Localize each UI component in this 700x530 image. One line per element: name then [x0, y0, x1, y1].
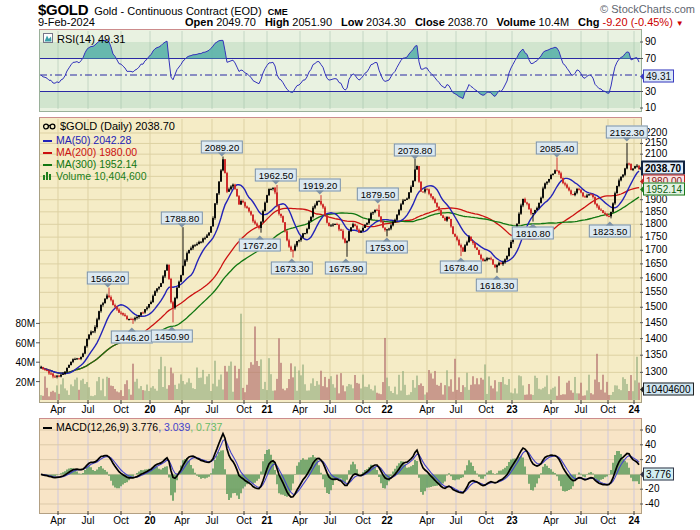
xtick-main: Jul — [324, 404, 337, 415]
stockcharts-credit-link[interactable]: © StockCharts.com — [600, 3, 695, 15]
xtick-main: 24 — [628, 404, 639, 415]
close-value: 2038.70 — [448, 16, 488, 28]
xtick-main: 21 — [261, 404, 272, 415]
price-annotation: 1962.50 — [255, 169, 297, 182]
price-annotation: 1673.30 — [271, 262, 313, 275]
price-ytick: 1850 — [645, 207, 667, 217]
volume-value-tag: 10404600 — [643, 383, 694, 396]
xtick-main: Oct — [600, 404, 616, 415]
quote-date: 9-Feb-2024 — [38, 16, 185, 28]
price-ytick: 1750 — [645, 232, 667, 242]
volume-legend: Volume 10,404,600 — [56, 171, 147, 182]
price-annotation: 1810.80 — [512, 227, 554, 240]
ma300-legend: MA(300) 1952.14 — [56, 159, 137, 170]
volume-ytick: 60M — [0, 338, 35, 349]
ma300-value-tag: 1952.14 — [643, 183, 685, 196]
xtick-main: 22 — [381, 404, 392, 415]
chg-label: Chg — [578, 16, 599, 28]
rsi-ytick: 30 — [645, 87, 656, 97]
price-ytick: 1700 — [645, 245, 667, 255]
rsi-ytick: 10 — [645, 103, 656, 113]
price-ytick: 1500 — [645, 302, 667, 312]
price-ytick: 1550 — [645, 287, 667, 297]
xtick-macd: Oct — [236, 515, 252, 526]
rsi-ytick: 70 — [645, 54, 656, 64]
xtick-main: Jul — [450, 404, 463, 415]
volume-value: 10.4M — [539, 16, 570, 28]
price-ytick: 2100 — [645, 149, 667, 159]
macd-legend-hist: , 0.737 — [190, 422, 222, 433]
ma200-line-icon — [43, 152, 52, 154]
low-label: Low — [341, 16, 363, 28]
price-ytick: 1600 — [645, 273, 667, 283]
price-annotation: 2078.80 — [394, 144, 436, 157]
xtick-macd: Apr — [543, 515, 559, 526]
volume-ytick: 20M — [0, 377, 35, 388]
macd-ytick: 20 — [645, 455, 656, 465]
xtick-main: 23 — [506, 404, 517, 415]
price-annotation: 1767.20 — [239, 239, 281, 252]
price-annotation: 2089.20 — [201, 141, 243, 154]
price-annotation: 2152.30 — [606, 126, 648, 139]
rsi-value-tag: 49.31 — [643, 70, 674, 83]
price-annotation: 1678.40 — [440, 261, 482, 274]
xtick-macd: Apr — [50, 515, 66, 526]
price-ytick: 1350 — [645, 350, 667, 360]
price-legend-title: $GOLD (Daily) 2038.70 — [60, 121, 175, 132]
xtick-macd: 22 — [381, 515, 392, 526]
macd-value-tag: 3.776 — [643, 468, 674, 481]
price-ytick: 1400 — [645, 334, 667, 344]
price-annotation: 1446.20 — [111, 331, 153, 344]
macd-legend-signal: , 3.039 — [158, 422, 190, 433]
macd-ytick: -20 — [645, 484, 659, 494]
macd-ytick: 40 — [645, 440, 656, 450]
xtick-macd: Oct — [113, 515, 129, 526]
close-label: Close — [415, 16, 445, 28]
stockcharts-gold-chart: { "header": { "symbol": "$GOLD", "name":… — [0, 0, 700, 530]
inspect-glasses-icon — [43, 121, 56, 132]
ma200-legend: MA(200) 1980.00 — [56, 147, 137, 158]
price-ytick: 1800 — [645, 219, 667, 229]
macd-line-icon — [43, 427, 52, 429]
xtick-main: Jul — [82, 404, 95, 415]
rsi-legend-label: RSI(14) 49.31 — [57, 34, 125, 45]
xtick-main: Oct — [478, 404, 494, 415]
xtick-macd: 24 — [628, 515, 639, 526]
high-value: 2051.90 — [292, 16, 332, 28]
xtick-macd: Jul — [206, 515, 219, 526]
price-annotation: 1879.50 — [357, 188, 399, 201]
xtick-macd: Oct — [355, 515, 371, 526]
xtick-main: Jul — [206, 404, 219, 415]
xtick-main: 20 — [144, 404, 155, 415]
xtick-macd: Oct — [478, 515, 494, 526]
xtick-macd: 23 — [506, 515, 517, 526]
low-value: 2034.30 — [366, 16, 406, 28]
xtick-main: Oct — [236, 404, 252, 415]
rsi-indicator-icon — [43, 33, 53, 45]
xtick-main: Apr — [292, 404, 308, 415]
xtick-macd: Jul — [450, 515, 463, 526]
price-ytick: 1300 — [645, 367, 667, 377]
xtick-main: Oct — [113, 404, 129, 415]
price-ytick: 2150 — [645, 138, 667, 148]
ma50-legend: MA(50) 2042.28 — [56, 135, 131, 146]
price-ytick: 1650 — [645, 259, 667, 269]
price-annotation: 1753.00 — [366, 241, 408, 254]
price-ytick: 1450 — [645, 318, 667, 328]
xtick-main: Apr — [419, 404, 435, 415]
price-annotation: 1823.50 — [589, 225, 631, 238]
xtick-macd: Jul — [82, 515, 95, 526]
xtick-macd: 21 — [261, 515, 272, 526]
rsi-ytick: 90 — [645, 37, 656, 47]
rsi-panel — [39, 29, 642, 112]
volume-label: Volume — [497, 16, 536, 28]
price-annotation: 1675.90 — [325, 262, 367, 275]
volume-ytick: 80M — [0, 318, 35, 329]
xtick-macd: Jul — [575, 515, 588, 526]
xtick-macd: 20 — [144, 515, 155, 526]
price-annotation: 1618.30 — [476, 279, 518, 292]
quote-line: 9-Feb-2024 Open2049.70 High2051.90 Low20… — [38, 16, 684, 28]
xtick-main: Apr — [174, 404, 190, 415]
price-annotation: 2085.40 — [536, 142, 578, 155]
chg-value: -9.20 (-0.45%) — [603, 16, 673, 28]
